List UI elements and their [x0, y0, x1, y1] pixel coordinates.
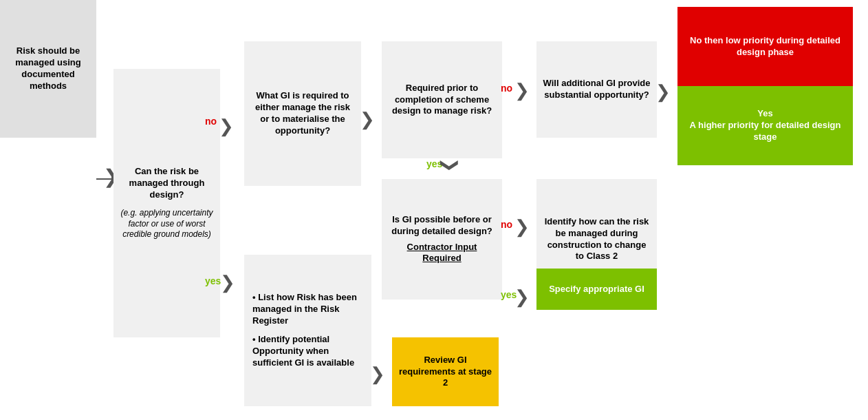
is-gi-possible-box: Is GI possible before or during detailed…	[382, 179, 502, 300]
specify-gi-box: Specify appropriate GI	[536, 269, 657, 310]
no-label-3: no	[501, 219, 512, 230]
chevron-yes-1: ❯	[220, 272, 235, 293]
will-additional-box: Will additional GI provide substantial o…	[536, 41, 657, 138]
chevron-no-2: ❯	[514, 80, 530, 101]
chevron-no-1: ❯	[219, 116, 234, 137]
flowchart: Risk should be managed using documented …	[0, 0, 868, 420]
is-gi-contractor: Contractor Input Required	[387, 242, 497, 265]
chevron-yes-2: ❯	[440, 158, 461, 173]
will-additional-text: Will additional GI provide substantial o…	[542, 78, 651, 101]
chevron-yes-3: ❯	[514, 286, 530, 308]
required-prior-text: Required prior to completion of scheme d…	[387, 83, 497, 118]
chevron-no-3: ❯	[514, 216, 530, 238]
specify-gi-text: Specify appropriate GI	[549, 284, 644, 295]
risk-managed-box: Risk should be managed using documented …	[0, 0, 96, 138]
can-risk-box: Can the risk be managed through design? …	[113, 69, 220, 337]
chevron-list: ❯	[370, 364, 385, 385]
identify-how-text: Identify how can the risk be managed dur…	[542, 216, 651, 263]
yes-higher-box: Yes A higher priority for detailed desig…	[677, 86, 853, 165]
required-prior-box: Required prior to completion of scheme d…	[382, 41, 502, 158]
can-risk-example: (e.g. applying uncertainty factor or use…	[119, 208, 215, 240]
review-gi-text: Review GI requirements at stage 2	[398, 355, 493, 390]
yes-higher-text: Yes A higher priority for detailed desig…	[683, 108, 847, 143]
review-gi-box: Review GI requirements at stage 2	[392, 337, 499, 406]
what-gi-text: What GI is required to either manage the…	[250, 90, 356, 137]
list-how-box: • List how Risk has been managed in the …	[244, 255, 371, 406]
no-label-1: no	[205, 116, 217, 127]
chevron-3: ❯	[360, 109, 375, 130]
list-how-item2: • Identify potential Opportunity when su…	[252, 334, 363, 369]
can-risk-text: Can the risk be managed through design?	[119, 166, 215, 201]
list-how-item1: • List how Risk has been managed in the …	[252, 292, 363, 327]
risk-managed-text: Risk should be managed using documented …	[6, 45, 91, 92]
no-label-2: no	[501, 83, 512, 94]
what-gi-box: What GI is required to either manage the…	[244, 41, 361, 186]
no-low-priority-text: No then low priority during detailed des…	[683, 35, 847, 59]
no-low-priority-box: No then low priority during detailed des…	[677, 7, 853, 86]
yes-label-1: yes	[205, 275, 221, 286]
is-gi-text: Is GI possible before or during detailed…	[387, 214, 497, 238]
chevron-6: ❯	[655, 81, 671, 103]
